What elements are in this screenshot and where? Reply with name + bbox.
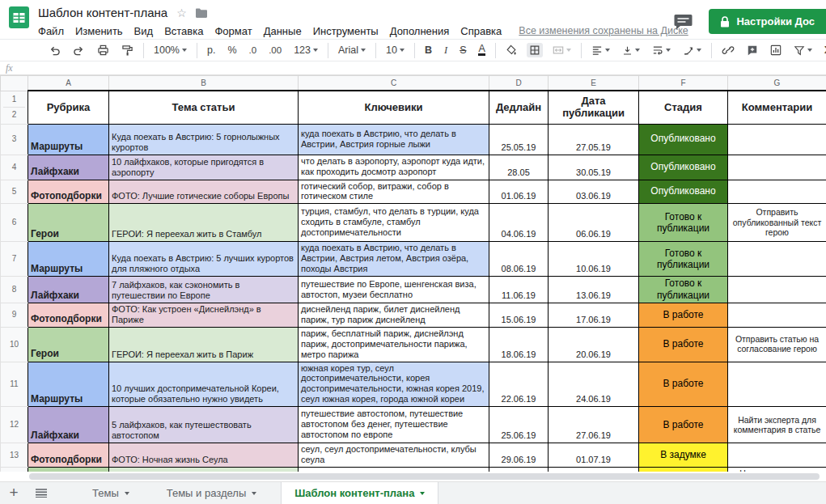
cell-pub-date[interactable]: 06.06.19 xyxy=(549,204,639,242)
menu-file[interactable]: Файл xyxy=(38,25,70,37)
tab-menu-caret-icon[interactable] xyxy=(420,492,425,495)
cell-topic[interactable]: 7 лайфхаков, как сэкономить в путешестви… xyxy=(109,277,299,303)
cell-topic[interactable]: ФОТО: Ночная жизнь Сеула xyxy=(109,443,299,468)
cell-comment[interactable]: Отправить статью на согласование герою xyxy=(728,327,826,362)
row-header[interactable]: 1 xyxy=(3,92,25,107)
column-title-cell[interactable]: Дедлайн xyxy=(489,91,549,124)
cell-deadline[interactable]: 15.06.19 xyxy=(489,303,549,327)
cell-status[interactable]: Готово к публикации xyxy=(639,204,728,242)
cell-keywords[interactable]: куда поехать в Австрию, что делать в Авс… xyxy=(299,124,489,155)
borders-button[interactable] xyxy=(527,43,543,57)
formula-bar[interactable]: fx xyxy=(0,61,826,75)
vertical-align-button[interactable] xyxy=(620,44,642,57)
cell-status[interactable]: Готово к публикации xyxy=(639,277,728,303)
menu-format[interactable]: Формат xyxy=(209,25,257,37)
menu-edit[interactable]: Изменить xyxy=(70,25,129,37)
cell-deadline[interactable]: 18.06.19 xyxy=(489,327,549,362)
row-header[interactable]: 11 xyxy=(1,362,28,407)
redo-button[interactable] xyxy=(70,44,87,57)
row-header[interactable]: 8 xyxy=(1,277,28,303)
functions-button[interactable]: Σ xyxy=(822,43,826,57)
cell-pub-date[interactable]: 01.07.19 xyxy=(549,443,639,468)
cell-pub-date[interactable]: 03.06.19 xyxy=(549,180,639,204)
cell-deadline[interactable]: 11.06.19 xyxy=(489,277,549,303)
font-size-select[interactable]: 10 xyxy=(383,43,407,57)
cell-deadline[interactable]: 04.06.19 xyxy=(489,204,549,242)
text-color-button[interactable]: A xyxy=(476,43,487,57)
horizontal-scrollbar-handle[interactable] xyxy=(29,473,820,480)
column-header-A[interactable]: A xyxy=(28,76,109,91)
strikethrough-button[interactable]: S xyxy=(457,43,468,57)
add-sheet-button[interactable]: + xyxy=(0,482,28,504)
cell-pub-date[interactable]: 20.06.19 xyxy=(549,327,639,362)
share-settings-button[interactable]: Настройки Дос xyxy=(709,9,826,34)
cell-rubric[interactable]: Лайфхаки xyxy=(28,407,109,443)
cell-topic[interactable]: ГЕРОИ: Я переехал жить в Париж xyxy=(109,327,299,362)
cell-topic[interactable]: Куда поехать в Австрию: 5 лучших курорто… xyxy=(109,242,299,277)
cell-deadline[interactable]: 01.06.19 xyxy=(489,180,549,204)
cell-pub-date[interactable]: 27.06.19 xyxy=(549,407,639,443)
cell-status[interactable]: В задумке xyxy=(639,443,728,468)
insert-chart-button[interactable] xyxy=(768,43,784,57)
cell-pub-date[interactable]: 13.06.19 xyxy=(549,277,639,303)
cell-keywords[interactable]: турция, стамбул, что делать в турции, ку… xyxy=(299,204,489,242)
increase-decimal-button[interactable]: .00 xyxy=(266,44,284,57)
zoom-select[interactable]: 100% xyxy=(151,43,189,57)
cell-status[interactable]: В работе xyxy=(639,303,728,327)
menu-view[interactable]: Вид xyxy=(129,25,159,37)
decrease-decimal-button[interactable]: .0 xyxy=(247,44,260,57)
all-sheets-button[interactable] xyxy=(28,482,55,504)
horizontal-align-button[interactable] xyxy=(589,44,612,57)
percent-format-button[interactable]: % xyxy=(225,43,239,57)
cell-pub-date[interactable]: 10.06.19 xyxy=(549,242,639,277)
cell-comment[interactable] xyxy=(728,155,826,180)
column-header-F[interactable]: F xyxy=(639,76,728,91)
menu-tools[interactable]: Инструменты xyxy=(307,25,384,37)
italic-button[interactable]: I xyxy=(442,43,450,58)
cell-rubric[interactable]: Маршруты xyxy=(28,242,109,277)
cell-topic[interactable]: 10 лучших достопримечательной Кореи, кот… xyxy=(109,362,299,407)
cell-comment[interactable] xyxy=(728,303,826,327)
sheet-tab-shablon-kontent-plana[interactable]: Шаблон контент-плана xyxy=(281,482,438,504)
cell-keywords[interactable]: что делать в аэропорту, аэропорт куда ид… xyxy=(299,155,489,180)
cell-topic[interactable]: 10 лайфхаков, которые пригодятся в аэроп… xyxy=(109,155,299,180)
text-rotation-button[interactable] xyxy=(680,44,704,57)
cell-keywords[interactable]: готический собор, витражи, собор в готич… xyxy=(299,180,489,204)
row-header[interactable]: 9 xyxy=(1,303,28,327)
tab-menu-caret-icon[interactable] xyxy=(125,492,129,495)
cell-status[interactable]: Опубликовано xyxy=(639,180,728,204)
cell-rubric[interactable]: Лайфхаки xyxy=(28,155,109,180)
print-button[interactable] xyxy=(95,43,112,57)
cell-rubric[interactable]: Маршруты xyxy=(28,362,109,407)
insert-link-button[interactable] xyxy=(719,44,737,57)
cell-keywords[interactable]: путешествие автостопом, путешествие авто… xyxy=(299,407,489,443)
paint-format-button[interactable] xyxy=(119,43,136,57)
cell-comment[interactable] xyxy=(728,242,826,277)
save-status-link[interactable]: Все изменения сохранены на Диске xyxy=(519,25,688,36)
cell-pub-date[interactable]: 27.05.19 xyxy=(549,124,639,155)
column-title-cell[interactable]: Дата публикации xyxy=(549,91,639,124)
menu-insert[interactable]: Вставка xyxy=(159,25,209,37)
cell-rubric[interactable]: Фотоподборки xyxy=(28,180,109,204)
tab-menu-caret-icon[interactable] xyxy=(252,492,256,495)
cell-keywords[interactable]: сеул, сеул достопримечательности, клубы … xyxy=(299,443,489,468)
column-header-E[interactable]: E xyxy=(549,76,639,91)
text-wrap-button[interactable] xyxy=(650,44,673,57)
font-family-select[interactable]: Arial xyxy=(336,43,368,57)
cell-deadline[interactable]: 28.05 xyxy=(489,155,549,180)
row-header[interactable]: 2 xyxy=(3,107,25,122)
cell-rubric[interactable]: Фотоподборки xyxy=(28,303,109,327)
cell-status[interactable]: Опубликовано xyxy=(639,155,728,180)
cell-keywords[interactable]: путешествие по Европе, шенгенская виза, … xyxy=(299,277,489,303)
cell-keywords[interactable]: париж, бесплатный париж, диснейлэнд пари… xyxy=(299,327,489,362)
cell-deadline[interactable]: 22.06.19 xyxy=(489,362,549,407)
cell-status[interactable]: В работе xyxy=(639,327,728,362)
sheet-tab-temy[interactable]: Темы xyxy=(79,482,142,504)
fill-color-button[interactable] xyxy=(503,43,519,57)
cell-keywords[interactable]: южная корея тур, сеул достопримечательно… xyxy=(299,362,489,407)
column-title-cell[interactable]: Рубрика xyxy=(28,91,109,124)
menu-addons[interactable]: Дополнения xyxy=(384,25,455,37)
column-title-cell[interactable]: Тема статьи xyxy=(109,91,299,124)
cell-deadline[interactable]: 25.05.19 xyxy=(489,124,549,155)
cell-rubric[interactable]: Фотоподборки xyxy=(28,443,109,468)
